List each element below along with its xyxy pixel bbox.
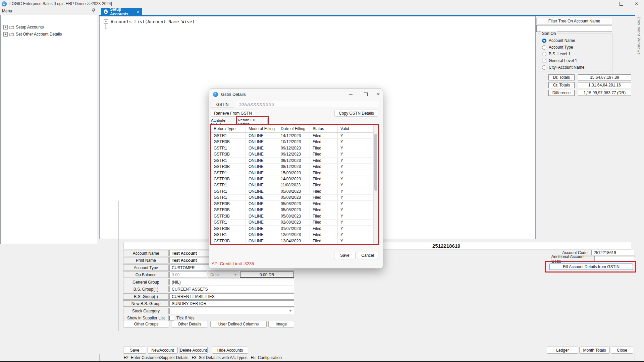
button-hide-accounts[interactable]: Hide Accounts (212, 347, 248, 354)
table-cell: ONLINE (246, 195, 278, 200)
table-row[interactable]: GSTR3BONLINE10/12/2023FiledY (211, 139, 374, 145)
sort-option-account-name[interactable]: Account Name (542, 38, 575, 43)
expand-icon[interactable]: + (3, 32, 8, 37)
table-row[interactable]: GSTR1ONLINE12/04/2023FiledY (211, 232, 374, 238)
table-row[interactable]: GSTR1ONLINE05/08/2023FiledY (211, 188, 374, 194)
expand-icon[interactable]: + (3, 25, 8, 29)
form-select-8[interactable] (169, 308, 294, 314)
menu-tree-panel: +Setup Accounts+Set Other Account Detail… (0, 15, 97, 244)
table-scrollbar[interactable] (373, 125, 378, 244)
totals-label: Difference (548, 90, 575, 96)
button-other-details[interactable]: Other Details (171, 321, 208, 327)
table-cell: GSTR1 (211, 145, 246, 151)
accounts-tree-root[interactable]: − Accounts List(Account Name Wise) (104, 19, 195, 24)
dialog-maximize-button[interactable] (361, 89, 371, 99)
radio-icon[interactable] (542, 65, 546, 70)
additional-account-code-value[interactable] (594, 256, 635, 262)
table-row[interactable]: GSTR3BONLINE05/08/2023FiledY (211, 201, 374, 207)
table-cell-filler (361, 220, 374, 225)
table-row[interactable]: GSTR3BONLINE09/12/2023FiledY (211, 151, 374, 157)
maximize-icon (364, 93, 368, 96)
table-cell: 12/04/2023 (278, 238, 310, 244)
form-label-general-group: General Group (123, 279, 169, 285)
close-button[interactable]: ✕ (629, 0, 644, 7)
table-row[interactable]: GSTR1ONLINE11/08/2023FiledY (211, 182, 374, 188)
retrieve-from-gstn-button[interactable]: Retrieve From GSTN (211, 110, 255, 117)
panel-splitter[interactable] (118, 201, 119, 331)
sort-option-b-s-level-1[interactable]: B.S. Level 1 (542, 51, 571, 57)
button-save[interactable]: Save (123, 347, 146, 354)
table-row[interactable]: GSTR3BONLINE05/08/2023FiledY (211, 207, 374, 213)
document-windows-tab[interactable]: Document Windows (637, 17, 641, 55)
gstin-input[interactable]: 10AAXXXXXXXX (236, 101, 379, 108)
op-balance-input[interactable]: 0.00 (169, 272, 207, 278)
radio-icon[interactable] (542, 45, 546, 50)
table-row[interactable]: GSTR3BONLINE05/08/2023FiledY (211, 213, 374, 219)
filter-tree-input[interactable] (536, 25, 612, 32)
button-new-account[interactable]: New Account (148, 347, 178, 354)
form-label-account-name: Account Name (123, 250, 169, 256)
dialog-cancel-button[interactable]: Cancel (357, 252, 378, 259)
table-cell: GSTR1 (211, 158, 246, 163)
table-row[interactable]: GSTR3BONLINE12/04/2023FiledY (211, 238, 374, 244)
tab-close-icon[interactable]: ✕ (137, 10, 140, 14)
sidebar-item[interactable]: +Setup Accounts (3, 24, 44, 30)
radio-label: General Level 1 (549, 58, 577, 63)
table-row[interactable]: GSTR3BONLINE08/12/2023FiledY (211, 164, 374, 170)
tab-setup-accounts[interactable]: L Setup Accounts ✕ (101, 8, 142, 15)
checkbox-icon[interactable] (169, 316, 174, 320)
button-close[interactable]: Close (611, 347, 633, 354)
table-cell: ONLINE (246, 139, 278, 144)
account-code-value[interactable]: 2512218619 (591, 250, 635, 255)
table-cell: Filed (310, 188, 338, 194)
pin-icon[interactable] (92, 8, 95, 14)
table-cell-filler (361, 164, 374, 169)
button-other-groups[interactable]: Other Groups (123, 321, 169, 327)
table-cell: Filed (310, 201, 338, 206)
dialog-tab-attribute-details[interactable]: Attribute Details (211, 119, 236, 125)
sort-option-city-account-name[interactable]: City+Account Name (542, 65, 584, 70)
dialog-title-bar[interactable]: L Gstin Details (209, 89, 383, 100)
gstin-value: 10AAXXXXXXXX (239, 102, 275, 107)
button-user-defined-columns[interactable]: User Defined Columns (210, 321, 267, 327)
dialog-close-button[interactable]: ✕ (373, 89, 383, 99)
table-row[interactable]: GSTR3BONLINE14/09/2023FiledY (211, 176, 374, 182)
scrollbar-thumb[interactable] (374, 134, 377, 191)
maximize-button[interactable] (614, 0, 629, 7)
sort-option-account-type[interactable]: Account Type (542, 45, 573, 50)
table-row[interactable]: GSTR1ONLINE14/12/2023FiledY (211, 133, 374, 139)
dialog-tab-return-fill-details[interactable]: Return Fill Details (237, 118, 268, 125)
copy-gstn-details-button[interactable]: Copy GSTN Details (334, 110, 378, 117)
dialog-minimize-button[interactable] (346, 89, 356, 99)
button-delete-account[interactable]: Delete Account (179, 347, 208, 354)
table-cell-filler (361, 139, 374, 144)
additional-account-code-label: Additional Account Code (551, 256, 594, 262)
tab-logo-icon: L (104, 9, 108, 14)
radio-icon[interactable] (542, 59, 546, 63)
table-row[interactable]: GSTR1ONLINE05/08/2023FiledY (211, 195, 374, 201)
form-value-b-s-group-[interactable]: CURRENT LIABILITIES (169, 293, 294, 300)
form-value-general-group[interactable]: (NIL) (169, 279, 294, 285)
table-cell: 15/09/2023 (278, 170, 310, 176)
table-row[interactable]: GSTR1ONLINE09/12/2023FiledY (211, 145, 374, 151)
table-cell-filler (361, 151, 374, 157)
table-row[interactable]: GSTR3BONLINE31/07/2023FiledY (211, 226, 374, 232)
button-image[interactable]: Image (268, 321, 294, 327)
button-ledger[interactable]: Ledger (547, 347, 578, 354)
radio-icon[interactable] (542, 39, 546, 43)
gstin-details-dialog: L Gstin Details ✕ GSTIN 10AAXXXXXXXX Ret… (209, 88, 383, 268)
radio-icon[interactable] (542, 52, 546, 56)
fill-account-details-from-gstin-button[interactable]: Fill Account Details from GSTIN (549, 263, 633, 270)
dialog-save-button[interactable]: Save (334, 252, 356, 259)
form-value-new-b-s-group[interactable]: SUNDRY DEBTOR (169, 300, 294, 307)
table-row[interactable]: GSTR1ONLINE09/12/2023FiledY (211, 158, 374, 164)
sort-option-general-level-1[interactable]: General Level 1 (542, 58, 577, 63)
collapse-icon[interactable]: − (104, 19, 108, 24)
minimize-button[interactable] (599, 0, 614, 7)
button-month-totals[interactable]: Month Totals (579, 347, 610, 354)
table-row[interactable]: GSTR1ONLINE02/08/2023FiledY (211, 220, 374, 226)
form-value-b-s-group-[interactable]: CUREENT ASSETS (169, 286, 294, 292)
op-balance-mode-dropdown[interactable]: Debit (208, 272, 239, 278)
table-row[interactable]: GSTR1ONLINE15/09/2023FiledY (211, 170, 374, 176)
sidebar-item[interactable]: +Set Other Account Details (3, 31, 62, 37)
